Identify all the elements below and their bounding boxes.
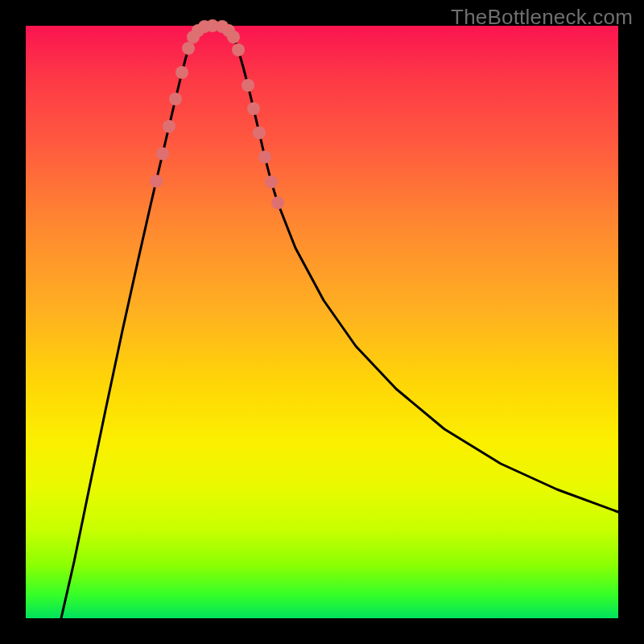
marker-dot <box>163 120 175 133</box>
marker-dot <box>156 147 169 160</box>
marker-dot <box>265 175 278 188</box>
watermark-text: TheBottleneck.com <box>451 5 633 30</box>
chart-frame: TheBottleneck.com <box>0 0 644 644</box>
marker-dot <box>232 43 245 56</box>
curve-svg <box>26 26 618 618</box>
bottleneck-curve <box>61 26 618 618</box>
marker-dot <box>271 196 284 209</box>
marker-dot <box>169 93 182 105</box>
marker-dot <box>242 79 254 92</box>
marker-dot <box>175 66 188 79</box>
marker-dot <box>253 126 266 139</box>
marker-dot <box>227 31 240 43</box>
plot-area <box>26 26 618 618</box>
curve-markers <box>150 19 284 209</box>
marker-dot <box>258 151 271 163</box>
marker-dot <box>247 102 260 115</box>
marker-dot <box>150 175 163 188</box>
marker-dot <box>182 42 195 55</box>
